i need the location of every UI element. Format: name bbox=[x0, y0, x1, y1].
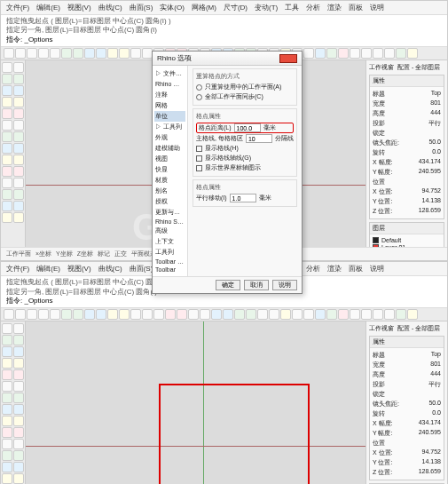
tool-button[interactable] bbox=[13, 369, 24, 380]
tool-button[interactable] bbox=[2, 450, 12, 461]
status-pane[interactable]: 工作平面 bbox=[6, 250, 31, 258]
toolbar-button[interactable] bbox=[338, 48, 349, 59]
toolbar-button[interactable] bbox=[303, 48, 314, 59]
tree-item[interactable]: 注释 bbox=[154, 90, 185, 100]
toolbar-button[interactable] bbox=[292, 309, 303, 320]
radio-all-cplanes[interactable] bbox=[196, 94, 202, 100]
menu-item[interactable]: 曲面(S) bbox=[130, 3, 153, 12]
toolbar-button[interactable] bbox=[4, 48, 14, 59]
tool-button[interactable] bbox=[2, 178, 12, 188]
tree-item[interactable]: ▷ 工具列 bbox=[154, 122, 185, 132]
tool-button[interactable] bbox=[2, 85, 12, 96]
color-swatch[interactable] bbox=[373, 244, 379, 247]
panel-tab[interactable]: 工作视窗 bbox=[369, 324, 394, 333]
toolbar-button[interactable] bbox=[61, 48, 72, 59]
tree-item[interactable]: Toolbar Layout bbox=[154, 258, 185, 266]
panel-tab[interactable]: 工作视窗 bbox=[369, 63, 394, 72]
toolbar-button[interactable] bbox=[15, 48, 26, 59]
status-pane[interactable]: ×坐标 bbox=[35, 250, 51, 258]
toolbar-button[interactable] bbox=[73, 48, 83, 59]
tree-item[interactable]: 建模辅助 bbox=[154, 143, 185, 154]
tool-button[interactable] bbox=[13, 97, 24, 107]
tree-item[interactable]: 单位 bbox=[154, 111, 185, 122]
menu-item[interactable]: 曲线(C) bbox=[98, 3, 122, 12]
toolbar-button[interactable] bbox=[373, 48, 383, 59]
menu-item[interactable]: 视图(V) bbox=[67, 264, 91, 274]
show-world-axes-check[interactable] bbox=[196, 165, 202, 171]
radio-active-cplane[interactable] bbox=[196, 84, 202, 91]
tool-button[interactable] bbox=[13, 85, 24, 96]
toolbar-button[interactable] bbox=[326, 48, 337, 59]
toolbar-button[interactable] bbox=[130, 48, 141, 59]
command-input[interactable] bbox=[6, 36, 442, 44]
toolbar-button[interactable] bbox=[350, 48, 360, 59]
toolbar-button[interactable] bbox=[177, 309, 187, 320]
toolbar-button[interactable] bbox=[269, 309, 279, 320]
toolbar-button[interactable] bbox=[4, 309, 14, 320]
menu-item[interactable]: 分析 bbox=[306, 264, 320, 274]
status-pane[interactable]: 标记 bbox=[98, 250, 110, 258]
grid-spacing-input[interactable] bbox=[234, 123, 261, 132]
tool-button[interactable] bbox=[13, 346, 24, 357]
menu-item[interactable]: 变动(T) bbox=[255, 3, 278, 12]
toolbar-button[interactable] bbox=[165, 309, 176, 320]
menu-item[interactable]: 面板 bbox=[349, 264, 363, 274]
menu-item[interactable]: 尺寸(D) bbox=[224, 3, 248, 12]
menu-item[interactable]: 渲染 bbox=[327, 3, 342, 12]
menu-item[interactable]: 曲面(S) bbox=[130, 264, 153, 274]
tree-item[interactable]: 网格 bbox=[154, 100, 185, 111]
toolbar-button[interactable] bbox=[384, 48, 395, 59]
toolbar-button[interactable] bbox=[361, 309, 372, 320]
toolbar-button[interactable] bbox=[257, 309, 268, 320]
tool-button[interactable] bbox=[13, 462, 24, 472]
tool-button[interactable] bbox=[2, 393, 12, 403]
toolbar-button[interactable] bbox=[384, 309, 395, 320]
tool-button[interactable] bbox=[2, 358, 12, 369]
tool-button[interactable] bbox=[13, 166, 24, 177]
tool-button[interactable] bbox=[13, 404, 24, 415]
tool-button[interactable] bbox=[2, 120, 12, 131]
tool-button[interactable] bbox=[13, 143, 24, 154]
layer-row[interactable]: Layer 01 bbox=[373, 244, 441, 247]
tree-item[interactable]: 上下文 bbox=[154, 236, 185, 247]
tree-item[interactable]: Toolbar bbox=[154, 266, 185, 274]
menu-item[interactable]: 渲染 bbox=[327, 264, 342, 274]
tree-item[interactable]: 授权 bbox=[154, 196, 185, 207]
tool-button[interactable] bbox=[2, 74, 12, 84]
toolbar-button[interactable] bbox=[211, 309, 222, 320]
toolbar-button[interactable] bbox=[407, 309, 418, 320]
tool-button[interactable] bbox=[13, 62, 24, 73]
tree-item[interactable]: 视图 bbox=[154, 154, 185, 164]
tool-button[interactable] bbox=[2, 416, 12, 426]
tool-button[interactable] bbox=[2, 346, 12, 357]
tool-button[interactable] bbox=[13, 473, 24, 484]
tool-button[interactable] bbox=[13, 212, 24, 223]
tree-item[interactable]: 快显 bbox=[154, 164, 185, 175]
tool-button[interactable] bbox=[13, 439, 24, 449]
toolbar-button[interactable] bbox=[396, 309, 406, 320]
tool-button[interactable] bbox=[13, 416, 24, 426]
panel-tab[interactable]: 配置 - 全部图层 bbox=[397, 324, 440, 333]
color-swatch[interactable] bbox=[373, 237, 379, 243]
tree-item[interactable]: 工具列 bbox=[154, 247, 185, 258]
toolbar-button[interactable] bbox=[407, 48, 418, 59]
tool-button[interactable] bbox=[2, 189, 12, 200]
menu-item[interactable]: 文件(F) bbox=[6, 3, 29, 12]
tool-button[interactable] bbox=[2, 62, 12, 73]
tool-button[interactable] bbox=[2, 381, 12, 392]
tool-button[interactable] bbox=[13, 323, 24, 334]
layer-row[interactable]: Default bbox=[373, 237, 441, 243]
menu-item[interactable]: 曲线(C) bbox=[98, 264, 122, 274]
show-axes-check[interactable] bbox=[196, 155, 202, 162]
menu-item[interactable]: 面板 bbox=[349, 3, 363, 12]
tool-button[interactable] bbox=[13, 393, 24, 403]
tool-button[interactable] bbox=[2, 131, 12, 142]
show-grid-check[interactable] bbox=[196, 146, 202, 152]
ok-button[interactable]: 确定 bbox=[216, 280, 240, 290]
toolbar-button[interactable] bbox=[50, 309, 60, 320]
tool-button[interactable] bbox=[13, 74, 24, 84]
tool-button[interactable] bbox=[13, 120, 24, 131]
toolbar-button[interactable] bbox=[246, 309, 256, 320]
tool-button[interactable] bbox=[2, 439, 12, 449]
toolbar-button[interactable] bbox=[373, 309, 383, 320]
